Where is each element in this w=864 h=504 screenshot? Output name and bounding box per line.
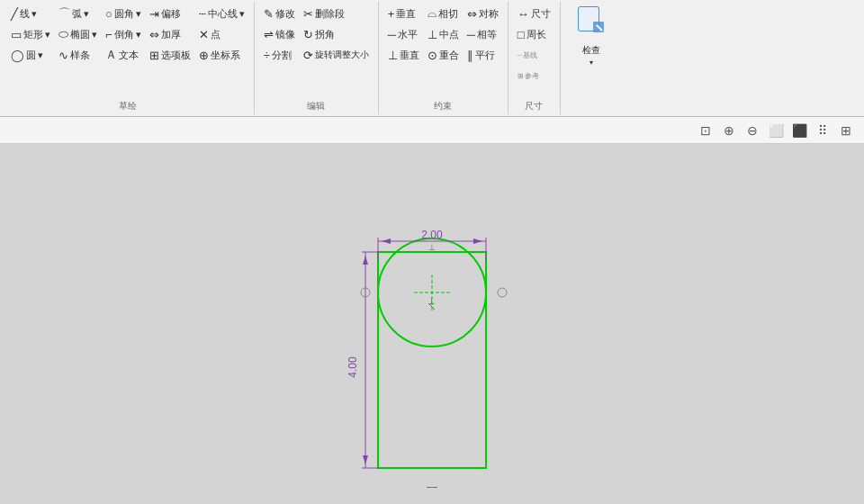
dim-height-label: 4.00 [346,356,359,378]
ribbon-group-dimension: ↔ 尺寸 □ 周长 ┄ 基线 ⊞ 参考 尺寸 [508,2,561,114]
mirror-btn[interactable]: ⇌镜像 [260,24,299,44]
palette-icon: ⊞ [149,49,159,62]
perimeter-btn[interactable]: □ 周长 [514,24,550,44]
view-toolbar: ⊡ ⊕ ⊖ ⬜ ⬛ ⠿ ⊞ [0,117,864,144]
dim-btn[interactable]: ↔ 尺寸 [514,4,554,23]
point-icon: ✕ [199,28,209,41]
symmetric-icon: ⇔ [467,7,477,21]
sketch-label: 草绘 [119,100,137,112]
baseline-icon: ┄ [518,51,522,59]
chamfer-btn[interactable]: ⌐倒角▾ [102,24,145,44]
app-window: ╱线▾ ⌒弧▾ ○圆角▾ ⇥偏移 ┄中心线▾ ▭矩形▾ ⬭椭圆▾ ⌐倒角▾ ⇔加… [0,0,864,504]
reference-icon: ⊞ [518,72,524,80]
circle-icon: ○ [105,7,112,21]
divide-btn[interactable]: ÷分割 [260,45,299,65]
arc2-icon: ◯ [11,49,24,62]
ribbon-group-inspect: 检查 ▾ [561,2,622,114]
equal-btn[interactable]: ─相等 [464,24,502,44]
mirror-icon: ⇌ [264,28,274,41]
rect-icon: ▭ [11,28,22,41]
perimeter-icon: □ [518,28,525,41]
line-btn[interactable]: ╱线▾ [7,4,54,23]
center-label: ⊥ [428,296,436,306]
delete-seg-btn[interactable]: ✂删除段 [300,4,373,23]
vertical-btn[interactable]: +垂直 [384,4,423,23]
vertical-icon: + [388,7,395,21]
symmetric-btn[interactable]: ⇔对称 [464,4,502,23]
spline-btn[interactable]: ∿样条 [55,45,101,65]
zoom-in-btn[interactable]: ⊕ [718,120,740,141]
inspect-icon [577,5,606,40]
equal-icon: ─ [467,28,475,41]
text-icon: Ａ [105,47,117,63]
offset-btn[interactable]: ⇥偏移 [146,4,194,23]
coord-btn[interactable]: ⊕坐标系 [195,45,248,65]
centerline-btn[interactable]: ┄中心线▾ [195,4,248,23]
midpoint-icon: ⊥ [428,28,437,41]
view3d-btn[interactable]: ⬛ [788,120,810,141]
zoom-out-btn[interactable]: ⊖ [742,120,763,141]
arc2-btn[interactable]: ◯圆▾ [7,45,54,65]
offset-icon: ⇥ [149,7,159,21]
ribbon-content: ╱线▾ ⌒弧▾ ○圆角▾ ⇥偏移 ┄中心线▾ ▭矩形▾ ⬭椭圆▾ ⌐倒角▾ ⇔加… [0,0,864,116]
spline-icon: ∿ [58,49,68,62]
delete-seg-icon: ✂ [303,7,313,21]
constraint-label: 约束 [434,100,452,112]
modify-btn[interactable]: ✎修改 [260,4,299,23]
canvas-area: 2.00 ⊥ 4.00 ⊥ — [0,144,864,504]
parallel-icon: ∥ [467,49,473,62]
centerline-icon: ┄ [199,7,206,21]
ellipse-icon: ⬭ [58,27,68,41]
corner-btn[interactable]: ↻拐角 [300,24,373,44]
perp-icon: ⊥ [388,49,398,62]
tangent-icon: ⌓ [428,6,436,21]
parallel-btn[interactable]: ∥平行 [464,45,502,65]
modify-icon: ✎ [264,7,274,21]
sketch-buttons: ╱线▾ ⌒弧▾ ○圆角▾ ⇥偏移 ┄中心线▾ ▭矩形▾ ⬭椭圆▾ ⌐倒角▾ ⇔加… [7,4,248,65]
crop-btn[interactable]: ⬜ [765,120,787,141]
rotate-scale-icon: ⟳ [303,49,313,62]
coincide-icon: ⊙ [428,49,437,62]
arc-btn[interactable]: ⌒弧▾ [55,4,101,23]
more-btn[interactable]: ⠿ [812,120,833,141]
text-btn[interactable]: Ａ文本 [102,45,145,65]
palette-btn[interactable]: ⊞选项板 [146,45,194,65]
reference-btn[interactable]: ⊞ 参考 [514,66,543,86]
ellipse-btn[interactable]: ⬭椭圆▾ [55,24,101,44]
zoom-fit-btn[interactable]: ⊡ [695,120,716,141]
baseline-btn[interactable]: ┄ 基线 [514,45,541,65]
ribbon-group-edit: ✎修改 ✂删除段 ⇌镜像 ↻拐角 ÷分割 ⟳旋转调整大小 编辑 [255,2,379,114]
dimension-buttons: ↔ 尺寸 □ 周长 ┄ 基线 ⊞ 参考 [514,4,554,86]
perp-btn[interactable]: ⊥垂直 [384,45,423,65]
dim-width-label: 2.00 [421,229,443,241]
rotate-scale-btn[interactable]: ⟳旋转调整大小 [300,45,373,65]
chamfer-icon: ⌐ [105,28,112,41]
bottom-indicator: — [427,481,437,493]
horizontal-btn[interactable]: ─水平 [384,24,423,44]
arc-icon: ⌒ [58,5,70,22]
inspect-btn[interactable]: 检查 ▾ [566,4,616,68]
coincide-btn[interactable]: ⊙重合 [424,45,463,65]
ribbon-group-sketch: ╱线▾ ⌒弧▾ ○圆角▾ ⇥偏移 ┄中心线▾ ▭矩形▾ ⬭椭圆▾ ⌐倒角▾ ⇔加… [2,2,255,114]
line-icon: ╱ [11,7,18,21]
corner-icon: ↻ [303,28,313,41]
thicken-btn[interactable]: ⇔加厚 [146,24,194,44]
dim-icon: ↔ [518,7,529,21]
dim-width-underline: ⊥ [428,243,436,252]
point-btn[interactable]: ✕点 [195,24,248,44]
edit-buttons: ✎修改 ✂删除段 ⇌镜像 ↻拐角 ÷分割 ⟳旋转调整大小 [260,4,373,65]
edit-label: 编辑 [307,100,325,112]
view-settings-btn[interactable]: ⊞ [835,120,857,141]
constraint-buttons: +垂直 ⌓相切 ⇔对称 ─水平 ⊥中点 ─相等 ⊥垂直 ⊙重合 ∥平行 [384,4,502,65]
ribbon-toolbar: ╱线▾ ⌒弧▾ ○圆角▾ ⇥偏移 ┄中心线▾ ▭矩形▾ ⬭椭圆▾ ⌐倒角▾ ⇔加… [0,0,864,117]
divide-icon: ÷ [264,49,270,62]
ribbon-group-constraint: +垂直 ⌓相切 ⇔对称 ─水平 ⊥中点 ─相等 ⊥垂直 ⊙重合 ∥平行 约束 [379,2,508,114]
tangent-btn[interactable]: ⌓相切 [424,4,463,23]
circle-btn[interactable]: ○圆角▾ [102,4,145,23]
inspect-label: 检查 [582,44,600,57]
rect-btn[interactable]: ▭矩形▾ [7,24,54,44]
coord-icon: ⊕ [199,49,209,62]
sketch-canvas: 2.00 ⊥ 4.00 ⊥ — [0,144,864,504]
midpoint-btn[interactable]: ⊥中点 [424,24,463,44]
horizontal-icon: ─ [388,28,396,41]
